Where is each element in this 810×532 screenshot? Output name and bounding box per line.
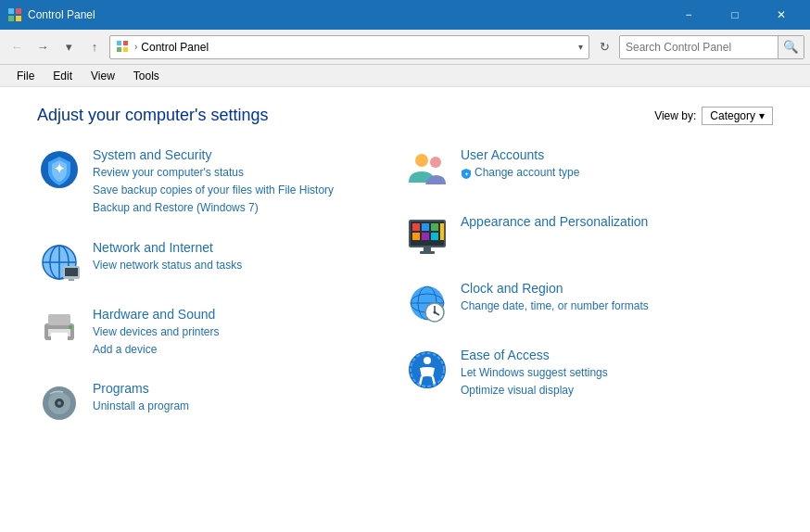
search-box: 🔍 <box>619 35 804 59</box>
svg-rect-2 <box>8 16 14 21</box>
change-date-time-link[interactable]: Change date, time, or number formats <box>461 298 649 315</box>
hardware-sound-content: Hardware and Sound View devices and prin… <box>93 307 220 359</box>
svg-text:✦: ✦ <box>54 161 65 176</box>
menu-tools[interactable]: Tools <box>124 68 169 84</box>
svg-rect-1 <box>16 8 21 14</box>
clock-region-content: Clock and Region Change date, time, or n… <box>461 281 649 315</box>
clock-region-title[interactable]: Clock and Region <box>461 281 563 296</box>
category-user-accounts: User Accounts ✦ Change account type <box>405 147 773 192</box>
category-network-internet: Network and Internet View network status… <box>37 240 405 285</box>
system-security-title[interactable]: System and Security <box>93 147 211 162</box>
change-account-type-link[interactable]: ✦ Change account type <box>461 164 579 182</box>
maximize-button[interactable]: □ <box>714 0 756 30</box>
optimize-visual-display-link[interactable]: Optimize visual display <box>461 382 608 399</box>
svg-rect-20 <box>48 314 70 325</box>
network-internet-links: View network status and tasks <box>93 257 242 274</box>
programs-content: Programs Uninstall a program <box>93 381 189 415</box>
appearance-content: Appearance and Personalization <box>461 214 648 231</box>
category-appearance: Appearance and Personalization <box>405 214 773 259</box>
system-security-content: System and Security Review your computer… <box>93 147 334 218</box>
ease-of-access-links: Let Windows suggest settings Optimize vi… <box>461 364 608 399</box>
view-network-status-link[interactable]: View network status and tasks <box>93 257 242 274</box>
category-clock-region: Clock and Region Change date, time, or n… <box>405 281 773 325</box>
shield-link-icon: ✦ <box>461 168 472 179</box>
svg-rect-5 <box>123 41 128 45</box>
category-programs: Programs Uninstall a program <box>37 381 405 425</box>
svg-rect-21 <box>51 333 68 344</box>
programs-title[interactable]: Programs <box>93 381 149 396</box>
menu-view[interactable]: View <box>82 68 124 84</box>
svg-rect-38 <box>440 223 444 240</box>
network-internet-title[interactable]: Network and Internet <box>93 240 213 255</box>
save-backup-link[interactable]: Save backup copies of your files with Fi… <box>93 182 334 199</box>
review-computer-status-link[interactable]: Review your computer's status <box>93 164 334 182</box>
svg-point-28 <box>430 157 441 168</box>
main-content: Adjust your computer's settings View by:… <box>0 87 810 532</box>
minimize-button[interactable]: − <box>667 0 710 30</box>
user-accounts-content: User Accounts ✦ Change account type <box>461 147 579 182</box>
svg-point-27 <box>415 154 428 167</box>
system-security-links: Review your computer's status Save backu… <box>93 164 334 218</box>
title-bar-controls: − □ ✕ <box>667 0 803 30</box>
system-security-icon: ✦ <box>37 147 82 192</box>
address-path: › Control Panel ▾ <box>109 35 589 59</box>
network-internet-content: Network and Internet View network status… <box>93 240 242 274</box>
svg-rect-4 <box>117 41 121 45</box>
svg-point-51 <box>424 357 431 364</box>
menu-edit[interactable]: Edit <box>44 68 82 84</box>
svg-rect-40 <box>420 251 435 254</box>
dropdown-button[interactable]: ▾ <box>57 36 80 58</box>
view-by-dropdown[interactable]: Category ▾ <box>702 107 773 125</box>
svg-rect-3 <box>16 16 21 21</box>
svg-rect-36 <box>422 233 429 240</box>
page-title: Adjust your computer's settings <box>37 106 269 125</box>
category-hardware-sound: Hardware and Sound View devices and prin… <box>37 307 405 359</box>
page-header: Adjust your computer's settings View by:… <box>37 106 773 125</box>
up-button[interactable]: ↑ <box>83 36 106 58</box>
ease-of-access-content: Ease of Access Let Windows suggest setti… <box>461 348 608 399</box>
path-dropdown-arrow: ▾ <box>578 42 583 52</box>
address-path-text: Control Panel <box>141 41 575 54</box>
uninstall-program-link[interactable]: Uninstall a program <box>93 398 189 415</box>
svg-rect-17 <box>69 279 74 281</box>
refresh-button[interactable]: ↻ <box>593 36 615 58</box>
categories-grid: ✦ System and Security Review your comput… <box>37 147 773 448</box>
menu-file[interactable]: File <box>7 68 44 84</box>
menu-bar: File Edit View Tools <box>0 65 810 87</box>
network-internet-icon <box>37 240 82 285</box>
search-input[interactable] <box>620 36 778 58</box>
hardware-sound-title[interactable]: Hardware and Sound <box>93 307 215 322</box>
control-panel-icon <box>7 7 22 22</box>
programs-links: Uninstall a program <box>93 398 189 415</box>
clock-region-links: Change date, time, or number formats <box>461 298 649 315</box>
title-bar: Control Panel − □ ✕ <box>0 0 810 30</box>
ease-of-access-title[interactable]: Ease of Access <box>461 348 550 362</box>
search-button[interactable]: 🔍 <box>778 36 804 58</box>
add-device-link[interactable]: Add a device <box>93 341 220 359</box>
forward-button[interactable]: → <box>32 36 54 58</box>
svg-rect-34 <box>431 223 438 231</box>
user-accounts-title[interactable]: User Accounts <box>461 147 544 162</box>
user-accounts-links: ✦ Change account type <box>461 164 579 182</box>
category-system-security: ✦ System and Security Review your comput… <box>37 147 405 218</box>
view-by-chevron-icon: ▾ <box>759 109 765 122</box>
svg-rect-37 <box>431 233 438 240</box>
view-by-label: View by: <box>654 109 696 122</box>
svg-rect-33 <box>422 223 429 231</box>
backup-restore-link[interactable]: Backup and Restore (Windows 7) <box>93 199 334 217</box>
svg-point-26 <box>57 401 61 405</box>
categories-left: ✦ System and Security Review your comput… <box>37 147 405 448</box>
address-bar: ← → ▾ ↑ › Control Panel ▾ ↻ 🔍 <box>0 30 810 65</box>
svg-text:✦: ✦ <box>464 171 469 177</box>
category-ease-of-access: Ease of Access Let Windows suggest setti… <box>405 348 773 399</box>
svg-rect-16 <box>65 268 78 276</box>
view-by-option: Category <box>710 109 755 122</box>
svg-rect-6 <box>117 47 121 52</box>
view-devices-printers-link[interactable]: View devices and printers <box>93 323 220 341</box>
back-button[interactable]: ← <box>6 36 28 58</box>
windows-suggest-settings-link[interactable]: Let Windows suggest settings <box>461 364 608 382</box>
user-accounts-icon <box>405 147 449 192</box>
ease-of-access-icon <box>405 348 449 392</box>
appearance-title[interactable]: Appearance and Personalization <box>461 214 648 229</box>
close-button[interactable]: ✕ <box>760 0 803 30</box>
